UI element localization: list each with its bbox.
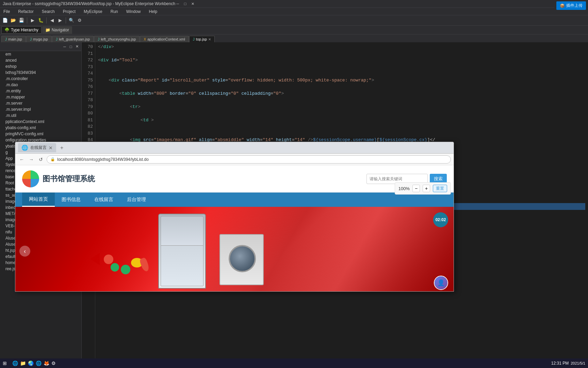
jsp-icon4: J: [98, 37, 99, 41]
search-toolbar-btn[interactable]: 🔍: [68, 17, 75, 24]
library-nav: 网站首页 图书信息 在线留言 后台管理: [15, 193, 454, 207]
save-btn[interactable]: 💾: [18, 17, 25, 24]
taskbar-chrome[interactable]: 🌐: [36, 361, 42, 366]
close-btn[interactable]: ✕: [190, 1, 195, 6]
tab-applicationcontext[interactable]: X applicationContext.xml: [140, 36, 189, 42]
logo-circle: [22, 170, 39, 187]
tab-close-icon[interactable]: ✕: [208, 37, 211, 41]
tab-left-guanliyuan[interactable]: J left_guanliyuan.jsp: [52, 36, 94, 42]
taskbar-firefox[interactable]: 🦊: [44, 361, 49, 366]
zoom-reset-btn[interactable]: 重置: [433, 185, 447, 192]
tree-item[interactable]: lxthsg7834W394: [0, 70, 81, 76]
debug-btn[interactable]: 🐛: [37, 17, 45, 24]
tree-item[interactable]: .m.server.impl: [0, 106, 81, 112]
tree-item[interactable]: .m.util: [0, 112, 81, 119]
washing-machine-window: [229, 245, 256, 272]
taskbar-clock: 12:31 PM: [551, 361, 569, 366]
tree-item[interactable]: em: [0, 51, 81, 57]
browser-refresh-btn[interactable]: ↺: [37, 156, 45, 163]
address-text: localhost:8080/ssmtsgglxthsg7834W394/lyb…: [57, 157, 447, 162]
fridge-bottom-door: [161, 245, 203, 286]
menu-file[interactable]: File: [1, 9, 12, 15]
avatar-placeholder: 👤: [435, 276, 447, 289]
browser-window: 🌐 在线留言 ✕ + ← → ↺ 🔒 localhost:8080/ssmtsg…: [15, 142, 454, 292]
toolbar-sep2: [46, 17, 47, 24]
user-avatar: 👤: [434, 276, 448, 290]
menu-run[interactable]: Run: [109, 9, 120, 15]
menu-window[interactable]: Window: [124, 9, 143, 15]
banner-decoration: [15, 207, 454, 291]
tab-mygo-jsp[interactable]: J mygo.jsp: [26, 36, 52, 42]
view-tab-type-hierarchy[interactable]: 🌳 Type Hierarchy: [1, 26, 42, 34]
tree-item[interactable]: .m.controller: [0, 76, 81, 82]
browser-favicon: 🌐: [21, 144, 28, 151]
address-bar[interactable]: 🔒 localhost:8080/ssmtsgglxthsg7834W394/l…: [47, 155, 451, 164]
view-tab-label: Type Hierarchy: [11, 28, 38, 32]
tree-item[interactable]: .m.entity: [0, 88, 81, 94]
xml-icon: X: [144, 37, 146, 41]
taskbar-date: 2021/5/1: [571, 361, 585, 365]
hierarchy-icon: 🌳: [4, 28, 10, 32]
settings-btn[interactable]: ⚙: [76, 17, 83, 24]
tab-left-zhuceyonghu[interactable]: J left_zhuceyonghu.jsp: [94, 36, 140, 42]
banner-prev-btn[interactable]: ‹: [19, 246, 30, 257]
start-btn[interactable]: ⊞: [3, 361, 7, 366]
title-bar-text: Java Enterprise - ssmtsgglxthsg7834W394/…: [3, 1, 175, 6]
nav-home[interactable]: 网站首页: [22, 193, 55, 207]
new-btn[interactable]: 📄: [1, 17, 9, 24]
nav-admin[interactable]: 后台管理: [120, 193, 153, 207]
view-tab-navigator[interactable]: 📁 Navigator: [42, 26, 72, 34]
menu-help[interactable]: Help: [147, 9, 159, 15]
tree-item[interactable]: .m.mapper: [0, 94, 81, 100]
taskbar-settings[interactable]: ⚙: [51, 361, 56, 366]
browser-back-btn[interactable]: ←: [18, 156, 26, 163]
tree-item[interactable]: ybatis-config.xml: [0, 125, 81, 131]
menu-project[interactable]: Project: [61, 9, 78, 15]
library-title: 图书馆管理系统: [43, 174, 95, 184]
tree-item[interactable]: eshop: [0, 63, 81, 70]
tree-item[interactable]: anced: [0, 57, 81, 63]
tree-item[interactable]: pringMVC-config.xml: [0, 131, 81, 137]
forward-btn[interactable]: ▶: [56, 17, 64, 24]
tree-item[interactable]: .m.dao: [0, 82, 81, 88]
zoom-level: 100%: [398, 186, 410, 191]
run-btn[interactable]: ▶: [29, 17, 36, 24]
minimize-btn[interactable]: ─: [175, 1, 180, 6]
taskbar-explorer[interactable]: 📁: [20, 361, 26, 366]
library-header: 图书馆管理系统 搜索: [15, 165, 454, 193]
panel-close-icon[interactable]: ✕: [74, 44, 80, 50]
back-btn[interactable]: ◀: [48, 17, 56, 24]
browser-tab-close[interactable]: ✕: [49, 145, 53, 151]
plugin-upload-button[interactable]: 📦 插件上传: [556, 1, 586, 10]
menu-refactor[interactable]: Refactor: [16, 9, 35, 15]
left-panel-header: ─ □ ✕: [0, 42, 81, 51]
taskbar-ie[interactable]: 🌏: [28, 361, 34, 366]
tab-top-jsp[interactable]: J top.jsp ✕: [189, 36, 215, 42]
zoom-in-btn[interactable]: +: [423, 185, 430, 192]
menu-myeclipse[interactable]: MyEclipse: [82, 9, 104, 15]
open-btn[interactable]: 📂: [10, 17, 17, 24]
taskbar-browser[interactable]: 🌐: [12, 361, 18, 366]
jsp-icon3: J: [56, 37, 58, 41]
tree-item[interactable]: pplicationContext.xml: [0, 119, 81, 125]
nav-messages[interactable]: 在线留言: [87, 193, 120, 207]
maximize-btn[interactable]: □: [183, 1, 187, 6]
tree-item[interactable]: .m.server: [0, 100, 81, 106]
nav-books[interactable]: 图书信息: [55, 193, 87, 207]
plugin-icon: 📦: [560, 3, 565, 8]
menu-search[interactable]: Search: [40, 9, 57, 15]
panel-minimize-btn[interactable]: ─: [62, 44, 68, 50]
jsp-icon5: J: [193, 37, 195, 41]
browser-forward-btn[interactable]: →: [28, 156, 35, 163]
panel-max-btn[interactable]: □: [68, 44, 74, 50]
toolbar: 📄 📂 💾 ▶ 🐛 ◀ ▶ 🔍 ⚙: [0, 15, 588, 25]
hero-banner: ‹ 02:02 👤: [15, 207, 454, 291]
toolbar-sep3: [66, 17, 66, 24]
tab-main-jsp[interactable]: J main.jsp: [1, 36, 26, 42]
toolbar-sep1: [27, 17, 27, 24]
zoom-out-btn[interactable]: −: [412, 185, 420, 192]
browser-new-tab-btn[interactable]: +: [60, 145, 63, 151]
title-bar: Java Enterprise - ssmtsgglxthsg7834W394/…: [0, 0, 588, 7]
views-bar: 🌳 Type Hierarchy 📁 Navigator: [0, 25, 588, 34]
jsp-icon: J: [5, 37, 7, 41]
